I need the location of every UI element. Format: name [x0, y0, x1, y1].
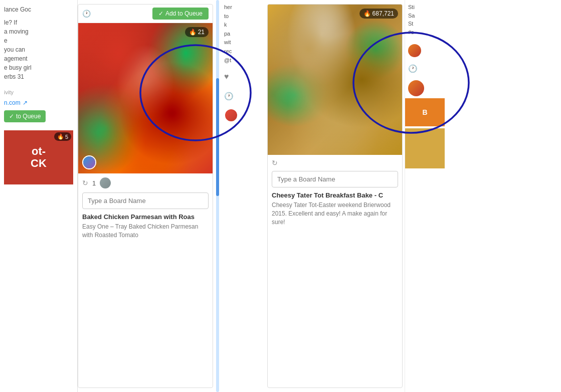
sidebar-link[interactable]: n.com ↗: [4, 99, 73, 106]
scrollbar-thumb-left: [216, 78, 219, 196]
fire-icon-left: 🔥: [189, 29, 197, 36]
fire-icon-right: 🔥: [363, 10, 371, 17]
right-orange-block: B: [405, 98, 445, 126]
avatar-image-left: [83, 156, 95, 168]
heart-icon[interactable]: ♥: [224, 71, 229, 83]
middle-text: her to k pa wit rec @t: [224, 3, 261, 65]
clock-icon-middle[interactable]: 🕐: [224, 91, 234, 102]
fire-badge-left: 🔥 21: [185, 27, 209, 37]
add-to-queue-sidebar-button[interactable]: ✓ to Queue: [4, 110, 46, 122]
clock-icon-right[interactable]: 🕐: [408, 64, 442, 73]
avatar-left-card: [82, 155, 96, 169]
card-title-left: Baked Chicken Parmesan with Roas: [82, 213, 209, 221]
repin-icon-left: ↻: [82, 179, 88, 187]
card-topbar-left: 🕐 ✓ Add to Queue: [78, 5, 213, 23]
repin-count-left: 1: [92, 179, 96, 187]
add-to-queue-button-left[interactable]: ✓ Add to Queue: [152, 8, 209, 20]
avatar-right-panel-2: [408, 80, 424, 96]
board-name-input-left[interactable]: [82, 192, 209, 209]
left-sidebar: lance Goc le? If a moving e you can agem…: [0, 0, 78, 392]
scrollbar-left[interactable]: [216, 0, 219, 392]
fire-badge-small: 🔥 5: [54, 132, 71, 141]
avatar-right-panel-1: [408, 44, 421, 57]
sidebar-text-2: le? If a moving e you can agement e busy…: [4, 18, 73, 81]
board-name-input-right[interactable]: [272, 171, 398, 187]
fire-badge-right: 🔥 687,721: [359, 9, 398, 19]
small-card-preview: 🔥 5 ot-CK: [4, 130, 73, 184]
avatar-middle: [224, 108, 238, 122]
card-desc-left: Easy One – Tray Baked Chicken Parmesan w…: [82, 223, 209, 240]
tater-food-image: [268, 5, 402, 155]
repin-row-left: ↻ 1: [82, 177, 209, 188]
card-title-right: Cheesy Tater Tot Breakfast Bake - C: [272, 191, 398, 199]
repin-icon-right: ↻: [272, 159, 278, 167]
right-panel: Sti Sa St #s 🕐 B: [405, 0, 445, 392]
card-bottom-left: ↻ 1 Baked Chicken Parmesan with Roas Eas…: [78, 173, 213, 244]
repin-row-right: ↻: [272, 159, 398, 167]
left-activity: ivity: [4, 89, 73, 95]
check-icon-sidebar: ✓: [9, 113, 14, 120]
card-left: 🕐 ✓ Add to Queue 🔥 21: [78, 4, 213, 388]
page-wrapper: lance Goc le? If a moving e you can agem…: [0, 0, 561, 392]
card-desc-right: Cheesy Tater Tot-Easter weekend Brierwoo…: [272, 201, 398, 226]
right-panel-top-text: Sti Sa St #s: [405, 0, 445, 39]
fire-icon-small: 🔥: [57, 133, 64, 140]
chicken-food-image: [78, 23, 213, 173]
middle-icons: ♥ 🕐: [224, 71, 261, 102]
right-gold-block: [405, 128, 445, 168]
card-right: 🔥 687,721 ↻ Cheesy Tater Tot Breakfast B…: [267, 4, 403, 388]
repinner-avatar-left: [100, 177, 111, 188]
card-image-left: 🔥 21: [78, 23, 213, 173]
main-content: 🕐 ✓ Add to Queue 🔥 21: [78, 0, 561, 392]
card-image-right: 🔥 687,721: [268, 5, 402, 155]
middle-text-panel: her to k pa wit rec @t ♥ 🕐: [220, 0, 265, 392]
external-link-icon: ↗: [23, 99, 28, 106]
right-panel-icons: 🕐: [405, 39, 445, 78]
clock-icon-left[interactable]: 🕐: [82, 10, 91, 18]
checkmark-icon: ✓: [158, 10, 163, 17]
card-bottom-right: ↻ Cheesy Tater Tot Breakfast Bake - C Ch…: [268, 155, 402, 230]
sidebar-text-1: lance Goc: [4, 5, 73, 14]
activity-label: ivity: [4, 89, 73, 95]
